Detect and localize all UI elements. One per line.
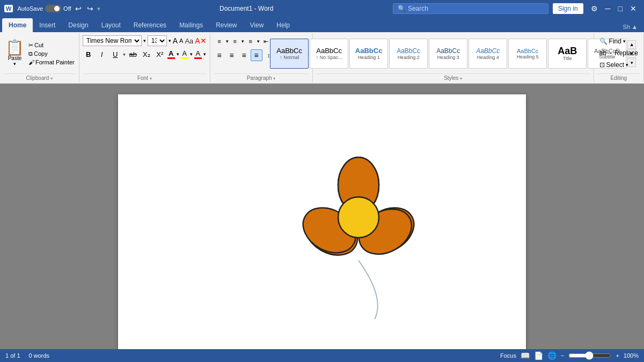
style-normal[interactable]: AaBbCc ↑ Normal <box>270 39 309 69</box>
zoom-out-icon[interactable]: − <box>561 352 564 359</box>
align-center-button[interactable]: ≡ <box>226 49 238 61</box>
text-color-button[interactable]: A <box>167 49 175 59</box>
ribbon: 📋 Paste ▾ ✂ Cut ⧉ Copy 🖌 Format Painter <box>0 32 644 84</box>
minimize-button[interactable]: ─ <box>602 3 614 14</box>
document-area[interactable] <box>0 84 644 349</box>
font-decrease-button[interactable]: A <box>179 38 183 44</box>
underline-button[interactable]: U <box>109 48 121 60</box>
text-color-dropdown[interactable]: ▾ <box>177 51 179 57</box>
paste-label: Paste <box>8 55 22 61</box>
focus-label[interactable]: Focus <box>500 352 516 359</box>
style-no-spacing[interactable]: AaBbCc ↑ No Spac... <box>310 39 348 69</box>
multilevel-list-button[interactable]: ≡ <box>245 35 257 47</box>
style-heading4[interactable]: AaBbCc Heading 4 <box>469 39 507 69</box>
font-increase-button[interactable]: A <box>173 36 178 45</box>
settings-icon[interactable]: ⚙ <box>588 3 601 14</box>
tab-home[interactable]: Home <box>2 18 33 32</box>
bullet-list-button[interactable]: ≡ <box>214 35 225 47</box>
change-case-button[interactable]: Aa <box>185 37 193 45</box>
font-size-select[interactable]: 13 <box>148 35 167 46</box>
bullet-list-dropdown[interactable]: ▾ <box>226 39 229 44</box>
bold-button[interactable]: B <box>83 48 94 60</box>
clipboard-expand-icon[interactable]: ▾ <box>50 76 53 81</box>
paste-icon: 📋 <box>5 40 24 55</box>
flower-drawing <box>267 115 450 321</box>
style-heading3[interactable]: AaBbCc Heading 3 <box>429 39 467 69</box>
style-h1-name: Heading 1 <box>358 55 380 60</box>
multilevel-dropdown[interactable]: ▾ <box>257 39 260 44</box>
paragraph-expand-icon[interactable]: ▾ <box>273 76 275 81</box>
zoom-slider[interactable] <box>568 351 611 360</box>
italic-button[interactable]: I <box>96 48 108 60</box>
font-name-select[interactable]: Times New Roman <box>83 35 142 46</box>
search-box[interactable]: 🔍 <box>393 3 548 14</box>
font-color-dropdown[interactable]: ▾ <box>203 51 206 57</box>
style-title[interactable]: AaB Title <box>548 39 587 69</box>
find-button[interactable]: 🔍 Find ▾ <box>597 36 640 46</box>
style-h5-preview: AaBbCc <box>517 48 538 54</box>
select-dropdown: ▾ <box>626 62 628 68</box>
strikethrough-button[interactable]: ab <box>127 48 139 60</box>
replace-button[interactable]: ab→ Replace <box>597 48 640 58</box>
style-h2-name: Heading 2 <box>398 55 420 60</box>
tab-design[interactable]: Design <box>62 18 94 32</box>
styles-expand-icon[interactable]: ▾ <box>460 76 462 81</box>
word-icon: W <box>4 5 13 12</box>
tab-insert[interactable]: Insert <box>33 18 62 32</box>
numbered-list-button[interactable]: ≡ <box>229 35 241 47</box>
document-page[interactable] <box>118 94 526 349</box>
maximize-button[interactable]: □ <box>615 3 626 14</box>
undo-button[interactable]: ↩ <box>74 3 83 14</box>
tab-references[interactable]: References <box>127 18 173 32</box>
underline-dropdown[interactable]: ▾ <box>123 51 126 57</box>
highlight-dropdown[interactable]: ▾ <box>190 51 193 57</box>
style-heading1[interactable]: AaBbCc Heading 1 <box>349 39 388 69</box>
justify-button[interactable]: ≡ <box>251 49 262 61</box>
title-bar: W AutoSave Off ↩ ↪ ▾ Document1 - Word 🔍 … <box>0 0 644 17</box>
copy-label: Copy <box>34 50 48 57</box>
paste-button[interactable]: 📋 Paste ▾ <box>3 39 26 68</box>
select-button[interactable]: ⊡ Select ▾ <box>597 60 640 70</box>
font-expand-icon[interactable]: ▾ <box>150 76 152 81</box>
highlight-bar <box>181 57 188 59</box>
tab-mailings[interactable]: Mailings <box>173 18 209 32</box>
style-h1-preview: AaBbCc <box>355 47 383 55</box>
tab-layout[interactable]: Layout <box>95 18 127 32</box>
clear-format-button[interactable]: A✕ <box>195 36 206 45</box>
close-button[interactable]: ✕ <box>627 3 640 14</box>
tab-review[interactable]: Review <box>209 18 243 32</box>
style-title-preview: AaB <box>558 46 577 56</box>
font-color-bar <box>194 57 202 59</box>
font-color-button[interactable]: A <box>194 49 202 59</box>
flower-stem <box>358 260 378 319</box>
copy-button[interactable]: ⧉ Copy <box>27 50 76 58</box>
status-bar-right: Focus 📖 📄 🌐 − + 100% <box>500 351 639 360</box>
highlight-button[interactable]: A <box>181 49 188 59</box>
tab-help[interactable]: Help <box>270 18 296 32</box>
view-web-button[interactable]: 🌐 <box>547 351 557 360</box>
subscript-button[interactable]: X₂ <box>141 48 152 60</box>
numbered-list-dropdown[interactable]: ▾ <box>241 39 244 44</box>
view-print-button[interactable]: 📄 <box>534 351 543 360</box>
status-bar: 1 of 1 0 words Focus 📖 📄 🌐 − + 100% <box>0 349 644 362</box>
style-heading5[interactable]: AaBbCc Heading 5 <box>508 39 547 69</box>
cut-button[interactable]: ✂ Cut <box>27 41 76 49</box>
style-heading2[interactable]: AaBbCc Heading 2 <box>389 39 428 69</box>
autosave-state: Off <box>63 5 71 12</box>
tab-view[interactable]: View <box>244 18 270 32</box>
superscript-button[interactable]: X² <box>154 48 166 60</box>
cut-icon: ✂ <box>28 42 33 49</box>
autosave-toggle[interactable] <box>45 5 61 12</box>
view-read-button[interactable]: 📖 <box>521 351 530 360</box>
document-title: Document1 - Word <box>100 5 393 12</box>
redo-button[interactable]: ↪ <box>85 3 95 14</box>
format-painter-button[interactable]: 🖌 Format Painter <box>27 58 76 66</box>
highlight-icon: A <box>182 49 187 57</box>
sign-in-button[interactable]: Sign in <box>553 3 583 14</box>
zoom-in-icon[interactable]: + <box>616 352 619 359</box>
align-left-button[interactable]: ≡ <box>214 49 225 61</box>
copy-icon: ⧉ <box>28 50 33 57</box>
ribbon-collapse-icon[interactable]: Sh ▲ <box>623 24 642 32</box>
search-input[interactable] <box>408 5 537 12</box>
align-right-button[interactable]: ≡ <box>238 49 250 61</box>
